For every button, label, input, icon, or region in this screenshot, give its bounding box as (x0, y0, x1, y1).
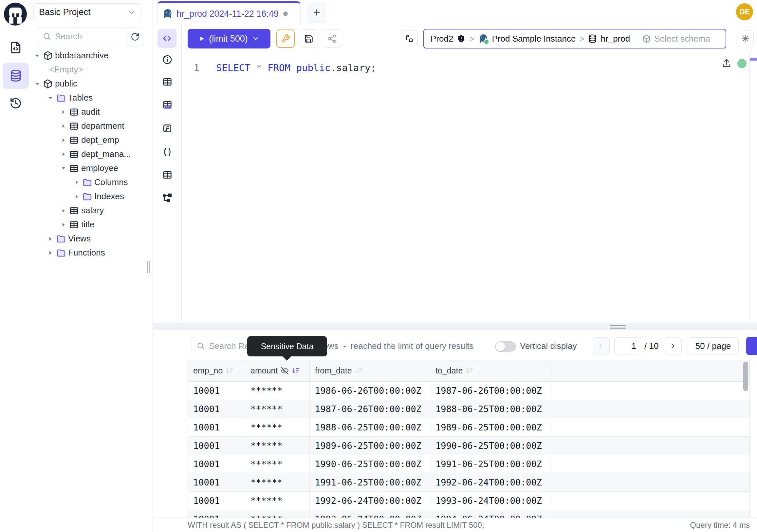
play-icon (198, 35, 205, 42)
column-header-to_date[interactable]: to_date (430, 360, 551, 381)
tab-hr-prod[interactable]: hr_prod 2024-11-22 16:49 (157, 1, 301, 24)
new-tab-button[interactable] (307, 2, 326, 23)
page-size-select[interactable]: 50 / page (687, 337, 739, 355)
panel-divider[interactable] (153, 323, 757, 330)
sort-icon[interactable] (226, 366, 234, 375)
tree-item-tables[interactable]: Tables (31, 91, 153, 105)
tree-item-title[interactable]: title (31, 218, 153, 232)
database-label: hr_prod (601, 34, 630, 44)
column-header-filler (551, 360, 749, 381)
sql-line-tokens: SELECT * FROM public.salary; (216, 61, 376, 75)
tree-item-label: Columns (94, 177, 128, 187)
sensitive-data-tooltip: Sensitive Data (247, 336, 327, 357)
sql-editor[interactable]: 1 SELECT * FROM public.salary; (188, 61, 376, 75)
schema-cube-icon (43, 79, 53, 89)
prev-page-button[interactable] (592, 337, 610, 355)
next-page-button[interactable] (664, 337, 682, 355)
chevron-right-icon[interactable] (60, 151, 67, 158)
column-label: amount (251, 366, 278, 375)
tree-item-columns[interactable]: Columns (31, 175, 153, 189)
tree-item-salary[interactable]: salary (31, 203, 153, 218)
save-sheet-button[interactable] (300, 29, 318, 48)
chevron-right-icon[interactable] (60, 109, 67, 115)
upload-icon[interactable] (722, 58, 732, 68)
table-cell (551, 382, 749, 400)
sort-icon[interactable] (355, 366, 363, 375)
folder-icon (56, 248, 66, 258)
chevron-right-icon[interactable] (73, 179, 80, 186)
procedure-icon[interactable] (162, 147, 172, 157)
avatar[interactable]: DE (736, 3, 753, 20)
function-icon[interactable] (162, 123, 172, 134)
result-table-body: 10001******1986-06-26T00:00:00Z1987-06-2… (188, 382, 749, 517)
table-cell: 1990-06-25T00:00:00Z (430, 437, 551, 455)
chevron-right-icon[interactable] (47, 235, 54, 242)
executed-sql-text: WITH result AS ( SELECT * FROM public.sa… (188, 518, 484, 532)
chevron-down-icon[interactable] (47, 95, 54, 101)
sidebar-search[interactable] (38, 27, 127, 45)
chevron-right-icon[interactable] (47, 250, 54, 256)
sort-icon[interactable] (292, 366, 300, 375)
info-icon[interactable] (162, 54, 172, 65)
editor-scrollbar[interactable] (749, 52, 750, 323)
table-cell: ****** (245, 400, 310, 418)
tree-item-functions[interactable]: Functions (31, 246, 153, 260)
rail-item-database[interactable] (3, 63, 29, 89)
chevron-down-icon[interactable] (34, 52, 41, 59)
sensitive-table-icon[interactable] (162, 100, 172, 110)
tree-item-views[interactable]: Views (31, 232, 153, 246)
results-scrollbar-thumb[interactable] (743, 362, 748, 391)
sql-editor-mode-button[interactable] (158, 29, 176, 48)
chevron-down-icon[interactable] (60, 165, 67, 172)
eye-off-icon[interactable] (281, 366, 289, 375)
run-label: (limit 500) (209, 34, 248, 44)
table-panel-icon[interactable] (162, 77, 172, 87)
table-cell: ****** (245, 473, 310, 492)
column-header-amount[interactable]: amount (245, 360, 310, 381)
tree-item-department[interactable]: department (31, 119, 153, 133)
worksheet-icon[interactable] (10, 41, 22, 54)
chevron-right-icon[interactable] (60, 207, 67, 214)
editor-scroll-mark (750, 58, 757, 61)
tree-item-empty[interactable]: <Empty> (31, 63, 153, 77)
schema-diagram-icon[interactable] (162, 193, 172, 203)
bytebase-logo[interactable] (4, 3, 27, 25)
external-table-icon[interactable] (162, 170, 172, 180)
chevron-right-icon[interactable] (60, 137, 67, 143)
column-header-from_date[interactable]: from_date (310, 360, 430, 381)
refresh-schema-button[interactable] (126, 27, 144, 46)
table-icon (69, 220, 79, 230)
tree-item-public[interactable]: public (31, 77, 153, 91)
chevron-down-icon[interactable] (34, 80, 41, 87)
page-number-input[interactable] (614, 337, 641, 355)
sort-icon[interactable] (466, 366, 474, 375)
sidebar-search-input[interactable] (54, 31, 111, 42)
tree-item-employee[interactable]: employee (31, 161, 153, 175)
vertical-display-toggle[interactable] (495, 341, 516, 352)
tree-item-bbdataarchive[interactable]: bbdataarchive (31, 48, 153, 63)
tree-item-indexes[interactable]: Indexes (31, 189, 153, 203)
table-row: 10001******1989-06-25T00:00:00Z1990-06-2… (188, 437, 749, 455)
export-button[interactable] (746, 337, 757, 355)
chevron-down-icon[interactable] (252, 35, 260, 43)
history-icon[interactable] (10, 97, 22, 110)
database-icon (588, 34, 597, 43)
project-selector[interactable]: Basic Project (33, 3, 141, 21)
chevron-right-icon[interactable] (73, 193, 80, 200)
chevron-right-icon[interactable] (60, 221, 67, 228)
table-cell: 1991-06-25T00:00:00Z (310, 473, 430, 492)
column-header-emp_no[interactable]: emp_no (188, 360, 245, 381)
chevron-right-icon[interactable] (60, 123, 67, 129)
run-query-button[interactable]: (limit 500) (188, 29, 270, 48)
select-schema[interactable]: Select schema (642, 34, 710, 44)
tree-item-dept-emp[interactable]: dept_emp (31, 133, 153, 147)
tree-item-dept-mana[interactable]: dept_mana... (31, 147, 153, 161)
share-button[interactable] (323, 29, 341, 48)
connection-breadcrumb[interactable]: Prod2 > Prod Sample Instance > hr_prod S… (423, 29, 726, 48)
tree-item-audit[interactable]: audit (31, 105, 153, 119)
ai-assistant-button[interactable]: ✳ (737, 30, 754, 47)
table-cell: 10001 (188, 437, 245, 455)
admin-wrench-button[interactable] (276, 29, 295, 48)
batch-query-button[interactable] (401, 30, 418, 47)
page-size-label: 50 / page (695, 341, 731, 351)
